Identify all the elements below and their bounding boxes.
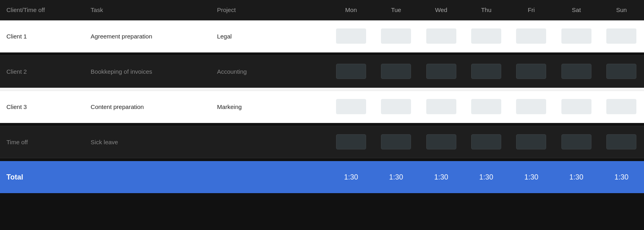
client3-tue-input[interactable] xyxy=(381,99,411,114)
client3-mon-input[interactable] xyxy=(336,99,366,114)
header-project: Project xyxy=(211,0,328,20)
client3-sun-cell xyxy=(599,91,644,123)
total-label: Total xyxy=(0,161,328,193)
total-thu: 1:30 xyxy=(464,161,508,193)
row-client3: Client 3Content preparationMarkeing xyxy=(0,91,644,123)
client3-sun-input[interactable] xyxy=(606,99,636,114)
timeoff-mon-input[interactable] xyxy=(336,134,366,149)
timeoff-project xyxy=(211,126,328,158)
timesheet-table: Client/Time off Task Project Mon Tue Wed… xyxy=(0,0,644,193)
client2-mon-input[interactable] xyxy=(336,64,366,79)
client1-fri-input[interactable] xyxy=(516,28,546,44)
client2-thu-cell xyxy=(464,55,508,87)
client2-thu-input[interactable] xyxy=(471,64,501,79)
table-header: Client/Time off Task Project Mon Tue Wed… xyxy=(0,0,644,20)
timeoff-tue-cell xyxy=(374,126,419,158)
client1-client: Client 1 xyxy=(0,20,84,52)
client1-sat-input[interactable] xyxy=(561,28,591,44)
client1-mon-input[interactable] xyxy=(336,28,366,44)
client2-task: Bookkeping of invoices xyxy=(84,55,211,87)
timeoff-task: Sick leave xyxy=(84,126,211,158)
client1-thu-cell xyxy=(464,20,508,52)
client3-wed-cell xyxy=(419,91,464,123)
separator-row xyxy=(0,52,644,55)
client3-thu-input[interactable] xyxy=(471,99,501,114)
client2-wed-input[interactable] xyxy=(426,64,456,79)
client1-sat-cell xyxy=(554,20,599,52)
client1-fri-cell xyxy=(509,20,554,52)
client2-tue-cell xyxy=(374,55,419,87)
timeoff-wed-cell xyxy=(419,126,464,158)
timeoff-fri-input[interactable] xyxy=(516,134,546,149)
client2-sun-cell xyxy=(599,55,644,87)
timeoff-fri-cell xyxy=(509,126,554,158)
client2-sun-input[interactable] xyxy=(606,64,636,79)
row-timeoff: Time offSick leave xyxy=(0,126,644,158)
header-sun: Sun xyxy=(599,0,644,20)
total-sat: 1:30 xyxy=(554,161,599,193)
total-separator xyxy=(0,158,644,161)
header-fri: Fri xyxy=(509,0,554,20)
separator-row xyxy=(0,87,644,91)
header-sat: Sat xyxy=(554,0,599,20)
client1-mon-cell xyxy=(328,20,373,52)
client1-project: Legal xyxy=(211,20,328,52)
timeoff-sat-cell xyxy=(554,126,599,158)
client3-client: Client 3 xyxy=(0,91,84,123)
header-tue: Tue xyxy=(374,0,419,20)
timeoff-client: Time off xyxy=(0,126,84,158)
client3-task: Content preparation xyxy=(84,91,211,123)
row-client2: Client 2Bookkeping of invoicesAccounting xyxy=(0,55,644,87)
client3-sat-input[interactable] xyxy=(561,99,591,114)
total-tue: 1:30 xyxy=(374,161,419,193)
client2-sat-cell xyxy=(554,55,599,87)
client3-mon-cell xyxy=(328,91,373,123)
client3-fri-input[interactable] xyxy=(516,99,546,114)
timeoff-mon-cell xyxy=(328,126,373,158)
client2-client: Client 2 xyxy=(0,55,84,87)
header-mon: Mon xyxy=(328,0,373,20)
total-sun: 1:30 xyxy=(599,161,644,193)
total-wed: 1:30 xyxy=(419,161,464,193)
timeoff-thu-cell xyxy=(464,126,508,158)
client3-wed-input[interactable] xyxy=(426,99,456,114)
client3-thu-cell xyxy=(464,91,508,123)
client1-sun-cell xyxy=(599,20,644,52)
row-client1: Client 1Agreement preparationLegal xyxy=(0,20,644,52)
client2-fri-input[interactable] xyxy=(516,64,546,79)
client1-wed-input[interactable] xyxy=(426,28,456,44)
total-mon: 1:30 xyxy=(328,161,373,193)
client1-tue-cell xyxy=(374,20,419,52)
header-wed: Wed xyxy=(419,0,464,20)
timeoff-wed-input[interactable] xyxy=(426,134,456,149)
client1-thu-input[interactable] xyxy=(471,28,501,44)
timeoff-tue-input[interactable] xyxy=(381,134,411,149)
total-fri: 1:30 xyxy=(509,161,554,193)
client2-tue-input[interactable] xyxy=(381,64,411,79)
client2-project: Accounting xyxy=(211,55,328,87)
client1-tue-input[interactable] xyxy=(381,28,411,44)
client2-fri-cell xyxy=(509,55,554,87)
timeoff-sun-input[interactable] xyxy=(606,134,636,149)
client3-sat-cell xyxy=(554,91,599,123)
client2-mon-cell xyxy=(328,55,373,87)
timeoff-sun-cell xyxy=(599,126,644,158)
total-row: Total1:301:301:301:301:301:301:30 xyxy=(0,161,644,193)
client3-project: Markeing xyxy=(211,91,328,123)
client3-fri-cell xyxy=(509,91,554,123)
client1-task: Agreement preparation xyxy=(84,20,211,52)
timeoff-thu-input[interactable] xyxy=(471,134,501,149)
client1-wed-cell xyxy=(419,20,464,52)
client2-wed-cell xyxy=(419,55,464,87)
client3-tue-cell xyxy=(374,91,419,123)
timeoff-sat-input[interactable] xyxy=(561,134,591,149)
separator-row xyxy=(0,123,644,126)
client2-sat-input[interactable] xyxy=(561,64,591,79)
header-task: Task xyxy=(84,0,211,20)
header-client: Client/Time off xyxy=(0,0,84,20)
client1-sun-input[interactable] xyxy=(606,28,636,44)
header-thu: Thu xyxy=(464,0,508,20)
